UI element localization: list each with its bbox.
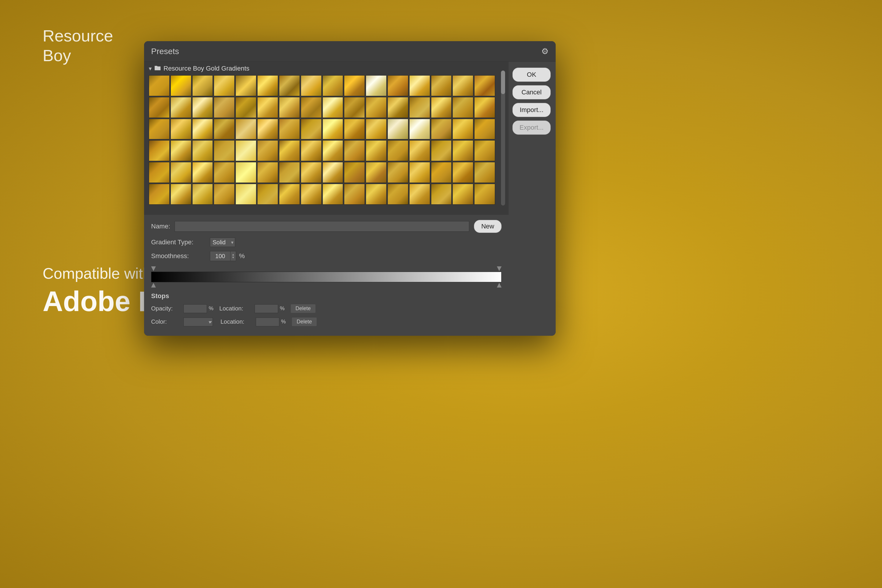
swatch-81[interactable] <box>149 184 170 205</box>
swatch-95[interactable] <box>453 184 473 205</box>
swatch-93[interactable] <box>409 184 430 205</box>
swatch-21[interactable] <box>236 97 256 118</box>
swatch-3[interactable] <box>192 75 213 96</box>
swatch-74[interactable] <box>344 162 365 183</box>
swatch-12[interactable] <box>387 75 408 96</box>
opacity-stop-right[interactable] <box>497 266 502 271</box>
swatch-22[interactable] <box>257 97 278 118</box>
swatch-4[interactable] <box>214 75 235 96</box>
swatch-86[interactable] <box>257 184 278 205</box>
swatch-24[interactable] <box>301 97 322 118</box>
swatch-65[interactable] <box>149 162 170 183</box>
swatch-67[interactable] <box>192 162 213 183</box>
swatch-17[interactable] <box>149 97 170 118</box>
swatch-63[interactable] <box>453 140 473 161</box>
swatch-20[interactable] <box>214 97 235 118</box>
swatch-92[interactable] <box>387 184 408 205</box>
cancel-button[interactable]: Cancel <box>513 85 550 99</box>
swatch-43[interactable] <box>366 119 387 140</box>
swatch-29[interactable] <box>409 97 430 118</box>
swatch-48[interactable] <box>474 119 495 140</box>
folder-collapse-icon[interactable]: ▾ <box>149 65 152 72</box>
name-input[interactable] <box>175 221 469 232</box>
swatch-53[interactable] <box>236 140 256 161</box>
swatch-56[interactable] <box>301 140 322 161</box>
swatch-49[interactable] <box>149 140 170 161</box>
swatch-78[interactable] <box>431 162 452 183</box>
swatch-36[interactable] <box>214 119 235 140</box>
swatch-16[interactable] <box>474 75 495 96</box>
swatch-80[interactable] <box>474 162 495 183</box>
swatch-30[interactable] <box>431 97 452 118</box>
color-select[interactable] <box>183 318 213 326</box>
swatch-40[interactable] <box>301 119 322 140</box>
swatch-14[interactable] <box>431 75 452 96</box>
swatch-70[interactable] <box>257 162 278 183</box>
swatch-58[interactable] <box>344 140 365 161</box>
swatch-61[interactable] <box>409 140 430 161</box>
swatch-31[interactable] <box>453 97 473 118</box>
swatch-42[interactable] <box>344 119 365 140</box>
swatch-68[interactable] <box>214 162 235 183</box>
opacity-location-input[interactable] <box>255 304 278 313</box>
opacity-delete-button[interactable]: Delete <box>291 304 316 313</box>
swatch-39[interactable] <box>279 119 300 140</box>
swatch-41[interactable] <box>322 119 344 140</box>
import-button[interactable]: Import... <box>513 103 550 117</box>
swatch-19[interactable] <box>192 97 213 118</box>
swatch-1[interactable] <box>149 75 170 96</box>
scroll-thumb[interactable] <box>501 70 505 94</box>
gradient-type-select[interactable]: Solid Noise <box>210 237 235 247</box>
swatch-91[interactable] <box>366 184 387 205</box>
swatch-88[interactable] <box>301 184 322 205</box>
export-button[interactable]: Export... <box>513 120 550 135</box>
swatch-6[interactable] <box>257 75 278 96</box>
swatch-73[interactable] <box>322 162 344 183</box>
swatch-64[interactable] <box>474 140 495 161</box>
swatch-45[interactable] <box>409 119 430 140</box>
swatch-47[interactable] <box>453 119 473 140</box>
swatch-25[interactable] <box>322 97 344 118</box>
swatch-46[interactable] <box>431 119 452 140</box>
color-delete-button[interactable]: Delete <box>292 317 317 326</box>
opacity-stop-left[interactable] <box>151 266 156 271</box>
color-stop-right[interactable] <box>497 283 502 288</box>
swatch-85[interactable] <box>236 184 256 205</box>
swatch-26[interactable] <box>344 97 365 118</box>
swatch-7[interactable] <box>279 75 300 96</box>
swatch-69[interactable] <box>236 162 256 183</box>
swatch-23[interactable] <box>279 97 300 118</box>
swatch-62[interactable] <box>431 140 452 161</box>
gear-icon[interactable]: ⚙ <box>541 46 549 56</box>
swatch-82[interactable] <box>171 184 191 205</box>
swatch-5[interactable] <box>236 75 256 96</box>
swatch-57[interactable] <box>322 140 344 161</box>
swatch-38[interactable] <box>257 119 278 140</box>
swatch-94[interactable] <box>431 184 452 205</box>
swatch-89[interactable] <box>322 184 344 205</box>
swatch-52[interactable] <box>214 140 235 161</box>
swatch-76[interactable] <box>387 162 408 183</box>
swatch-66[interactable] <box>171 162 191 183</box>
swatch-15[interactable] <box>453 75 473 96</box>
swatch-34[interactable] <box>171 119 191 140</box>
swatch-59[interactable] <box>366 140 387 161</box>
swatch-79[interactable] <box>453 162 473 183</box>
swatch-27[interactable] <box>366 97 387 118</box>
swatch-33[interactable] <box>149 119 170 140</box>
swatch-35[interactable] <box>192 119 213 140</box>
gradient-preview-bar[interactable] <box>151 272 502 282</box>
swatch-55[interactable] <box>279 140 300 161</box>
swatch-71[interactable] <box>279 162 300 183</box>
swatch-51[interactable] <box>192 140 213 161</box>
swatch-32[interactable] <box>474 97 495 118</box>
swatch-10[interactable] <box>344 75 365 96</box>
swatch-72[interactable] <box>301 162 322 183</box>
swatch-90[interactable] <box>344 184 365 205</box>
swatch-2[interactable] <box>171 75 191 96</box>
smoothness-input[interactable] <box>210 251 231 261</box>
ok-button[interactable]: OK <box>513 68 550 82</box>
swatch-18[interactable] <box>171 97 191 118</box>
opacity-value-input[interactable] <box>183 304 207 313</box>
swatch-44[interactable] <box>387 119 408 140</box>
